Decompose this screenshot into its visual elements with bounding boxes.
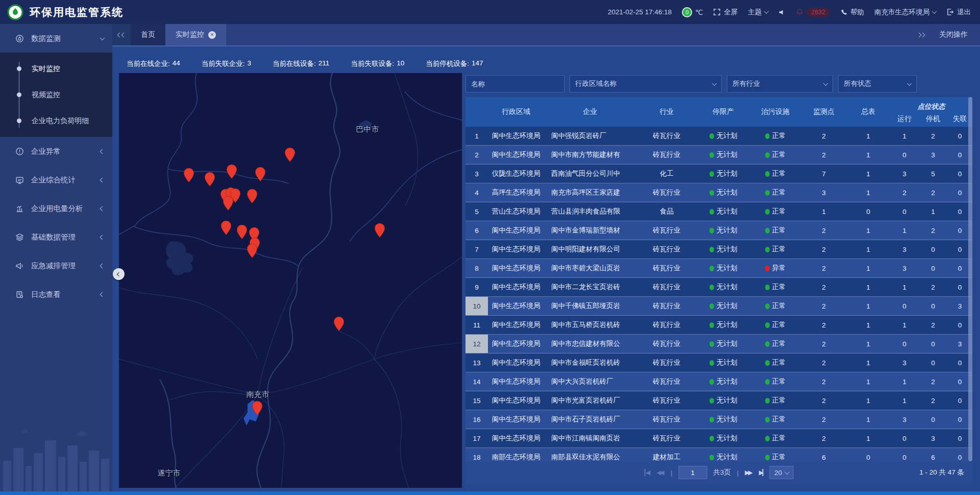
map-pin[interactable] <box>247 188 258 204</box>
table-row[interactable]: 11阆中生态环境局阆中市五马桥页岩机砖砖瓦行业无计划正常21120 <box>465 316 972 335</box>
sidebar-item-power-usage-analysis[interactable]: 企业用电量分析 <box>0 194 112 223</box>
map-pin[interactable] <box>374 223 385 238</box>
volume-button[interactable] <box>778 9 786 16</box>
page-number-input[interactable] <box>678 466 707 479</box>
region-filter-select[interactable]: 行政区域名称 <box>570 75 722 92</box>
table-row[interactable]: 18南部生态环境局南部县双佳水泥有限公建材加工无计划正常60060 <box>465 448 972 461</box>
cell-facility: 正常 <box>749 183 801 202</box>
help-button[interactable]: 帮助 <box>840 8 864 17</box>
map-pin[interactable] <box>236 224 248 240</box>
close-operations-button[interactable]: 关闭操作 <box>939 30 968 39</box>
table-row[interactable]: 1阆中生态环境局阆中强锐页岩砖厂砖瓦行业无计划正常21120 <box>465 127 972 146</box>
main-content: 当前在线企业:44 当前失联企业:3 当前在线设备:211 当前失联设备:10 … <box>112 46 980 491</box>
map-collapse-toggle[interactable] <box>113 268 125 280</box>
table-row[interactable]: 17阆中生态环境局阆中市江南镇阆南页岩砖瓦行业无计划正常21030 <box>465 429 972 448</box>
map-city-label: 遂宁市 <box>158 468 181 478</box>
table-row[interactable]: 15阆中生态环境局阆中市光富页岩机砖厂砖瓦行业无计划正常21120 <box>465 391 972 410</box>
table-row[interactable]: 3仪陇生态环境局西南油气田分公司川中化工无计划正常71350 <box>465 164 972 183</box>
map-pin[interactable] <box>284 147 296 162</box>
table-row[interactable]: 12阆中生态环境局阆中市忠信建材有限公砖瓦行业无计划正常21003 <box>465 335 972 353</box>
sidebar-item-base-data[interactable]: 基础数据管理 <box>0 223 112 251</box>
sidebar-item-emergency-reduction[interactable]: 应急减排管理 <box>0 251 112 280</box>
sidebar-item-video-monitor[interactable]: 视频监控 <box>0 82 112 108</box>
close-tab-icon[interactable]: ✕ <box>208 31 216 39</box>
sidebar-item-power-load-detail[interactable]: 企业电力负荷明细 <box>0 108 112 134</box>
cell-meters: 1 <box>846 221 890 240</box>
map-pin[interactable] <box>223 196 234 211</box>
map-pin[interactable] <box>226 164 237 179</box>
map-canvas[interactable]: 巴中市南充市遂宁市 <box>119 73 462 488</box>
map-pin[interactable] <box>333 316 345 332</box>
stat-online-enterprises: 当前在线企业:44 <box>127 59 180 68</box>
cell-points: 7 <box>801 164 846 183</box>
map-city-label: 南充市 <box>247 390 270 399</box>
industry-filter-select[interactable]: 所有行业 <box>727 75 833 92</box>
cell-row-number: 18 <box>465 448 488 461</box>
cell-points: 2 <box>801 353 846 372</box>
cell-limit: 无计划 <box>697 410 749 429</box>
alert-icon <box>15 147 24 156</box>
table-row[interactable]: 9阆中生态环境局阆中市二龙长宝页岩砖砖瓦行业无计划正常21120 <box>465 278 972 297</box>
tab-realtime-monitor[interactable]: 实时监控 ✕ <box>165 24 226 45</box>
table-row[interactable]: 14阆中生态环境局阆中大兴页岩机砖厂砖瓦行业无计划正常21120 <box>465 372 972 391</box>
table-scrollbar[interactable] <box>968 97 972 461</box>
cell-points: 2 <box>801 410 846 429</box>
org-dropdown[interactable]: 南充市生态环境局 <box>874 8 936 17</box>
cell-stopped: 2 <box>919 127 947 145</box>
status-filter-select[interactable]: 所有状态 <box>838 75 917 92</box>
table-row[interactable]: 5营山生态环境局营山县润丰肉食品有限食品无计划正常10010 <box>465 202 972 221</box>
map-pin[interactable] <box>220 220 232 235</box>
table-row[interactable]: 13阆中生态环境局阆中市金福旺页岩机砖砖瓦行业无计划正常21300 <box>465 353 972 372</box>
map-pin[interactable] <box>247 243 258 258</box>
tabs-scroll-left-button[interactable] <box>112 24 131 45</box>
status-dot-green <box>709 266 714 271</box>
table-row[interactable]: 6阆中生态环境局阆中市金博瑞新型墙材砖瓦行业无计划正常21120 <box>465 221 972 240</box>
status-dot-green <box>709 171 714 177</box>
notifications-button[interactable]: 2632 <box>796 8 830 17</box>
cell-meters: 1 <box>846 410 890 429</box>
cell-industry: 砖瓦行业 <box>636 372 697 391</box>
sidebar-item-realtime-monitor[interactable]: 实时监控 <box>0 56 112 82</box>
page-size-select[interactable]: 20 <box>770 466 794 479</box>
last-page-button[interactable]: ▶ <box>759 469 764 476</box>
theme-dropdown[interactable]: 主题 <box>748 8 768 17</box>
stat-stopped-devices: 当前停机设备:147 <box>426 59 483 68</box>
logout-button[interactable]: 退出 <box>946 8 971 17</box>
map-pin[interactable] <box>204 172 215 187</box>
map-pin[interactable] <box>252 400 263 416</box>
cell-facility: 正常 <box>749 372 801 391</box>
cell-limit: 无计划 <box>697 429 749 447</box>
next-page-button[interactable]: ▶▶ <box>745 469 752 476</box>
first-page-button[interactable]: ◀ <box>644 469 650 476</box>
cell-row-number: 5 <box>465 202 488 221</box>
table-row[interactable]: 4高坪生态环境局南充市高坪区王家店建砖瓦行业无计划正常31220 <box>465 183 972 202</box>
status-dot-green <box>765 209 770 215</box>
map-pin[interactable] <box>255 167 266 182</box>
fullscreen-button[interactable]: 全屏 <box>713 8 738 17</box>
cell-meters: 1 <box>846 353 890 372</box>
map-pin[interactable] <box>183 168 194 183</box>
pin-icon <box>223 196 234 211</box>
name-filter-input[interactable] <box>465 75 565 92</box>
cell-running: 0 <box>890 202 919 221</box>
prev-page-button[interactable]: ◀◀ <box>656 469 664 476</box>
cell-row-number: 10 <box>465 297 488 315</box>
status-dot-green <box>709 247 714 252</box>
sidebar-item-data-monitor[interactable]: 数据监测 <box>0 24 112 53</box>
table-row[interactable]: 7阆中生态环境局阆中明阳建材有限公司砖瓦行业无计划正常21300 <box>465 240 972 259</box>
cell-industry: 砖瓦行业 <box>636 278 697 296</box>
sidebar-item-enterprise-abnormal[interactable]: 企业异常 <box>0 137 112 166</box>
table-row[interactable]: 10阆中生态环境局阆中千佛镇五郎垭页岩砖瓦行业无计划正常21003 <box>465 297 972 316</box>
sidebar-item-log-view[interactable]: 日志查看 <box>0 280 112 309</box>
col-running: 运行 <box>890 114 919 124</box>
temperature: 0 ℃ <box>682 7 703 17</box>
cell-region: 阆中生态环境局 <box>488 410 544 429</box>
cell-stopped: 1 <box>919 202 947 221</box>
table-row[interactable]: 8阆中生态环境局阆中市枣碧大梁山页岩砖瓦行业无计划异常21300 <box>465 259 972 278</box>
tabs-scroll-right-button[interactable] <box>917 33 926 37</box>
table-row[interactable]: 2阆中生态环境局阆中市南方节能建材有砖瓦行业无计划正常21030 <box>465 146 972 164</box>
table-row[interactable]: 16阆中生态环境局阆中市石子页岩机砖厂砖瓦行业无计划正常21300 <box>465 410 972 429</box>
sidebar-item-enterprise-statistics[interactable]: 企业综合统计 <box>0 166 112 194</box>
cell-company: 阆中市石子页岩机砖厂 <box>544 410 636 429</box>
tab-home[interactable]: 首页 <box>131 24 165 45</box>
